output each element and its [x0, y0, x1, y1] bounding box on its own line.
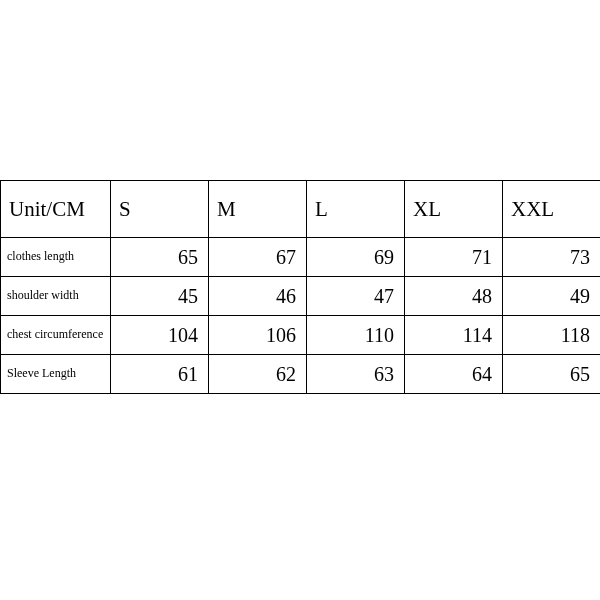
header-size-l: L [307, 181, 405, 238]
table-row: shoulder width 45 46 47 48 49 [1, 277, 601, 316]
cell: 114 [405, 316, 503, 355]
header-size-xl: XL [405, 181, 503, 238]
size-table: Unit/CM S M L XL XXL clothes length 65 6… [0, 180, 600, 394]
table-row: Sleeve Length 61 62 63 64 65 [1, 355, 601, 394]
cell: 106 [209, 316, 307, 355]
header-row: Unit/CM S M L XL XXL [1, 181, 601, 238]
cell: 62 [209, 355, 307, 394]
header-size-xxl: XXL [503, 181, 601, 238]
cell: 45 [111, 277, 209, 316]
cell: 46 [209, 277, 307, 316]
row-label: chest circumference [1, 316, 111, 355]
size-chart: Unit/CM S M L XL XXL clothes length 65 6… [0, 180, 600, 394]
row-label: shoulder width [1, 277, 111, 316]
cell: 67 [209, 238, 307, 277]
table-row: chest circumference 104 106 110 114 118 [1, 316, 601, 355]
cell: 71 [405, 238, 503, 277]
cell: 73 [503, 238, 601, 277]
cell: 63 [307, 355, 405, 394]
cell: 64 [405, 355, 503, 394]
cell: 118 [503, 316, 601, 355]
cell: 48 [405, 277, 503, 316]
cell: 65 [503, 355, 601, 394]
header-size-m: M [209, 181, 307, 238]
cell: 110 [307, 316, 405, 355]
table-row: clothes length 65 67 69 71 73 [1, 238, 601, 277]
row-label: clothes length [1, 238, 111, 277]
cell: 49 [503, 277, 601, 316]
cell: 47 [307, 277, 405, 316]
header-size-s: S [111, 181, 209, 238]
header-unit: Unit/CM [1, 181, 111, 238]
cell: 65 [111, 238, 209, 277]
cell: 61 [111, 355, 209, 394]
cell: 69 [307, 238, 405, 277]
row-label: Sleeve Length [1, 355, 111, 394]
cell: 104 [111, 316, 209, 355]
